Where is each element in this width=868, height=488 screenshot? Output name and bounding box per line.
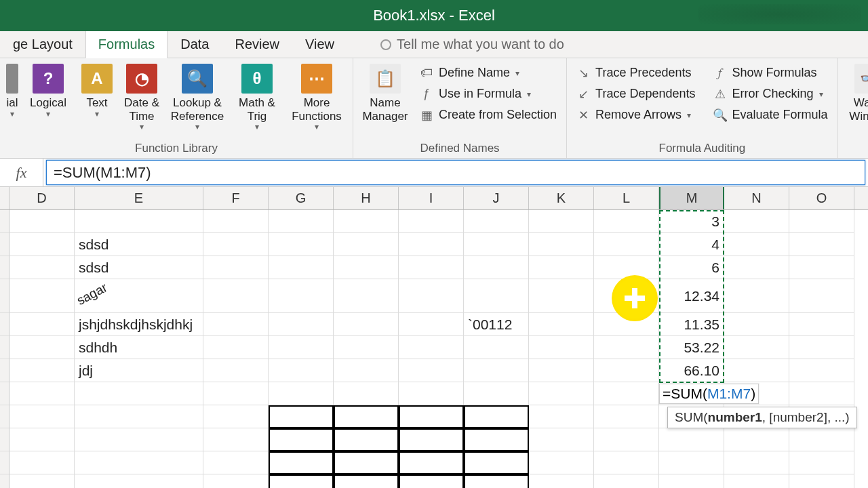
cell[interactable] <box>203 474 269 488</box>
cell[interactable] <box>334 233 399 256</box>
cell[interactable] <box>334 405 399 428</box>
cell[interactable] <box>334 279 399 313</box>
cell[interactable] <box>724 279 789 313</box>
cell[interactable] <box>203 233 269 256</box>
cell[interactable] <box>203 359 269 382</box>
cell[interactable] <box>203 428 269 451</box>
cell[interactable] <box>594 210 659 233</box>
cell[interactable] <box>464 359 529 382</box>
cell[interactable] <box>9 210 75 233</box>
cell[interactable] <box>529 210 594 233</box>
cell[interactable] <box>75 382 203 405</box>
cell[interactable] <box>724 210 789 233</box>
cell[interactable] <box>789 474 854 488</box>
cell[interactable] <box>594 405 659 428</box>
text-button[interactable]: A Text ▾ <box>77 62 117 132</box>
cell[interactable] <box>269 451 334 474</box>
cell[interactable] <box>789 256 854 279</box>
cell[interactable] <box>529 359 594 382</box>
cell[interactable] <box>334 382 399 405</box>
evaluate-formula-button[interactable]: 🔍 Evaluate Formula <box>709 106 832 124</box>
col-header-O[interactable]: O <box>789 187 854 209</box>
col-header-I[interactable]: I <box>399 187 464 209</box>
tab-formulas[interactable]: Formulas <box>85 30 167 58</box>
cell[interactable] <box>464 428 529 451</box>
math-trig-button[interactable]: θ Math & Trig ▾ <box>231 62 283 132</box>
cell[interactable] <box>464 336 529 359</box>
cell[interactable] <box>269 474 334 488</box>
cell[interactable] <box>203 210 269 233</box>
cell[interactable] <box>269 382 334 405</box>
cell[interactable] <box>464 451 529 474</box>
cell[interactable]: sdsd <box>75 256 203 279</box>
cell[interactable] <box>594 336 659 359</box>
cell[interactable] <box>203 279 269 313</box>
remove-arrows-button[interactable]: ✕ Remove Arrows ▾ <box>572 106 699 124</box>
cell[interactable] <box>399 233 464 256</box>
cell[interactable] <box>269 405 334 428</box>
trace-dependents-button[interactable]: ↙ Trace Dependents <box>572 85 699 103</box>
cell[interactable] <box>724 256 789 279</box>
cell[interactable] <box>594 451 659 474</box>
cell[interactable]: jdj <box>75 359 203 382</box>
cell[interactable] <box>594 428 659 451</box>
cell[interactable]: 53.22 <box>659 336 724 359</box>
cell[interactable] <box>529 382 594 405</box>
cell[interactable]: sdhdh <box>75 336 203 359</box>
cell[interactable] <box>9 451 75 474</box>
cell[interactable] <box>203 256 269 279</box>
col-header-G[interactable]: G <box>269 187 334 209</box>
cell[interactable] <box>529 474 594 488</box>
cell[interactable] <box>269 256 334 279</box>
cell[interactable] <box>789 428 854 451</box>
cell[interactable] <box>789 382 854 405</box>
cell[interactable] <box>9 336 75 359</box>
cell[interactable] <box>399 359 464 382</box>
cell[interactable] <box>789 451 854 474</box>
spreadsheet-grid[interactable]: D E F G H I J K L M N O 3 <box>0 187 868 488</box>
show-formulas-button[interactable]: 𝑓 Show Formulas <box>709 64 832 82</box>
cell[interactable] <box>724 359 789 382</box>
insert-function-button[interactable]: fx <box>0 159 43 186</box>
cell[interactable] <box>334 313 399 336</box>
error-checking-button[interactable]: ⚠ Error Checking ▾ <box>709 85 832 103</box>
cell[interactable] <box>399 336 464 359</box>
cell[interactable] <box>789 210 854 233</box>
cell[interactable] <box>529 336 594 359</box>
cell[interactable] <box>529 313 594 336</box>
cell[interactable]: `00112 <box>464 313 529 336</box>
cell[interactable] <box>9 405 75 428</box>
cell[interactable] <box>464 474 529 488</box>
cell[interactable] <box>529 279 594 313</box>
cell[interactable] <box>464 279 529 313</box>
trace-precedents-button[interactable]: ↘ Trace Precedents <box>572 64 699 82</box>
cell[interactable] <box>399 382 464 405</box>
cell[interactable] <box>594 359 659 382</box>
cell[interactable] <box>594 256 659 279</box>
more-functions-button[interactable]: ⋯ More Functions ▾ <box>286 62 347 132</box>
cell[interactable] <box>464 405 529 428</box>
col-header-D[interactable]: D <box>9 187 75 209</box>
cell[interactable]: 66.10 <box>659 359 724 382</box>
cell[interactable] <box>399 279 464 313</box>
cell[interactable] <box>464 210 529 233</box>
cell[interactable] <box>399 474 464 488</box>
cell[interactable] <box>529 405 594 428</box>
cell[interactable] <box>594 313 659 336</box>
cell[interactable] <box>269 313 334 336</box>
cell[interactable] <box>203 405 269 428</box>
tab-page-layout[interactable]: ge Layout <box>0 30 85 58</box>
partial-button-financial[interactable]: ial ▾ <box>5 62 19 132</box>
cell[interactable] <box>724 428 789 451</box>
cell[interactable] <box>529 256 594 279</box>
cell[interactable] <box>9 428 75 451</box>
cell[interactable] <box>399 428 464 451</box>
cell[interactable] <box>203 451 269 474</box>
cell[interactable]: 6 <box>659 256 724 279</box>
use-in-formula-button[interactable]: ƒ Use in Formula ▾ <box>416 85 561 103</box>
cell[interactable] <box>464 233 529 256</box>
cell[interactable] <box>75 405 203 428</box>
tab-review[interactable]: Review <box>222 30 292 58</box>
cell[interactable] <box>334 336 399 359</box>
cell[interactable] <box>529 428 594 451</box>
